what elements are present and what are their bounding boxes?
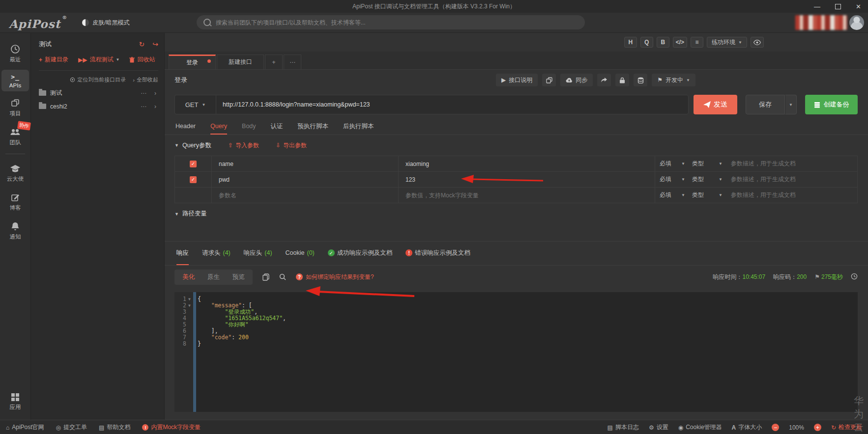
tab-auth[interactable]: 认证 [271,119,283,135]
minimize-icon[interactable]: — [814,3,820,10]
add-tab-button[interactable]: + [265,54,283,69]
send-button[interactable]: 发送 [694,95,737,114]
cookie-manager-button[interactable]: ◉Cookie管理器 [678,423,722,432]
share-arrow-icon[interactable]: ↪ [152,40,158,48]
search-response-button[interactable] [279,273,286,280]
recycle-bin-button[interactable]: 回收站 [129,55,155,64]
required-select[interactable]: 必填 [660,191,671,199]
sidebar-item-apis[interactable]: >_ APIs [1,70,29,91]
api-doc-button[interactable]: ▶接口说明 [496,74,538,86]
param-desc-placeholder[interactable]: 参数描述，用于生成文档 [731,160,796,168]
folder-item[interactable]: 测试 ⋯› [39,86,158,100]
refresh-icon[interactable]: ↻ [139,40,145,48]
submit-ticket-link[interactable]: ◎提交工单 [56,423,87,432]
copy-button[interactable] [542,74,556,86]
save-dropdown-button[interactable]: ▼ [785,95,797,114]
type-select[interactable]: 类型 [692,160,704,168]
mode-preview[interactable]: 预览 [226,271,251,283]
tab-success-example[interactable]: ✓成功响应示例及文档 [328,242,393,265]
environment-select[interactable]: 练功环境▼ [707,37,747,48]
tab-login[interactable]: 登录 [169,54,216,69]
zoom-out-button[interactable]: − [772,424,779,431]
response-body-editor[interactable]: 1▼{2▼ "message": [3 "登录成功",4 "1651AS5a61… [174,292,858,412]
url-input[interactable] [216,95,689,114]
more-tabs-button[interactable]: ⋯ [284,54,301,69]
tab-pre-script[interactable]: 预执行脚本 [298,119,329,135]
create-backup-button[interactable]: 创建备份 [805,95,858,114]
tab-cookie[interactable]: Cookie(0) [286,242,315,265]
new-directory-button[interactable]: +新建目录 [39,55,68,64]
required-select[interactable]: 必填 [660,160,671,168]
folder-item[interactable]: ceshi2 ⋯› [39,100,158,113]
mock-data-button[interactable] [634,74,647,86]
param-desc-placeholder[interactable]: 参数描述，用于生成文档 [731,175,796,184]
official-site-link[interactable]: ⌂ApiPost官网 [6,423,44,432]
dev-status-select[interactable]: ⚑开发中▼ [652,74,695,86]
sidebar-item-team[interactable]: 协作 团队 [1,124,29,149]
sidebar-item-blog[interactable]: 博客 [1,189,29,215]
search-input[interactable] [215,19,578,27]
bold-button[interactable]: B [657,37,669,48]
check-update-button[interactable]: ↻检查更新 [831,423,862,432]
param-name-input[interactable] [218,176,398,184]
save-button[interactable]: 保存 [746,95,785,114]
tab-post-script[interactable]: 后执行脚本 [343,119,374,135]
code-view-button[interactable]: </> [673,37,687,48]
param-value-input[interactable] [405,160,655,168]
copy-response-button[interactable] [262,273,269,281]
settings-button[interactable]: ⚙设置 [649,423,668,432]
chevron-right-icon[interactable]: › [154,103,156,110]
tab-error-example[interactable]: !错误响应示例及文档 [405,242,470,265]
flow-test-button[interactable]: ▶▶流程测试▼ [78,55,119,64]
type-select[interactable]: 类型 [692,191,704,199]
sidebar-item-apps[interactable]: 应用 [1,389,29,414]
bind-variable-hint[interactable]: ?如何绑定响应结果到变量? [296,273,374,281]
font-size-button[interactable]: A字体大小 [732,423,762,432]
mock-fields-link[interactable]: !内置Mock字段变量 [142,423,201,432]
eye-button[interactable] [751,37,764,48]
param-name-input[interactable] [218,160,398,168]
param-desc-placeholder[interactable]: 参数描述，用于生成文档 [731,191,796,199]
align-list-button[interactable]: ≡ [691,37,703,48]
mode-pretty[interactable]: 美化 [176,271,201,283]
chevron-right-icon[interactable]: › [154,90,156,97]
tab-header[interactable]: Header [175,119,196,135]
collapse-all[interactable]: ›全部收起 [133,76,158,83]
tab-response[interactable]: 响应 [176,242,189,265]
tab-body[interactable]: Body [242,119,256,135]
sidebar-item-notifications[interactable]: 通知 [1,218,29,244]
param-value-input[interactable] [405,176,655,184]
tab-request-headers[interactable]: 请求头(4) [202,242,231,265]
sync-button[interactable]: 同步 [560,74,593,86]
help-docs-link[interactable]: ▤帮助文档 [99,423,130,432]
history-clock-icon[interactable] [851,273,858,281]
close-icon[interactable]: ✕ [856,3,861,10]
sidebar-item-recent[interactable]: 最近 [1,41,29,66]
history-button[interactable]: H [624,37,637,48]
required-select[interactable]: 必填 [660,175,671,184]
maximize-icon[interactable] [835,4,841,9]
export-params-button[interactable]: ⇩导出参数 [276,141,307,150]
param-value-input[interactable] [405,191,655,199]
share-button[interactable] [597,74,611,86]
theme-toggle[interactable]: 皮肤/暗黑模式 [82,19,129,27]
sidebar-item-ambassador[interactable]: 云大使 [1,160,29,186]
import-params-button[interactable]: ⇧导入参数 [228,141,259,150]
param-checkbox[interactable]: ✓ [190,176,197,183]
method-select[interactable]: GET▼ [174,95,216,114]
script-log-button[interactable]: ▤脚本日志 [608,423,639,432]
avatar[interactable] [849,15,864,30]
tab-query[interactable]: Query [210,119,227,135]
query-button[interactable]: Q [640,37,653,48]
param-name-input[interactable] [218,191,398,199]
locate-current-dir[interactable]: 定位到当前接口目录 [70,76,126,83]
mode-raw[interactable]: 原生 [201,271,226,283]
tab-response-headers[interactable]: 响应头(4) [244,242,272,265]
query-params-title[interactable]: ▼Query参数 [174,141,211,150]
more-icon[interactable]: ⋯ [141,90,146,97]
type-select[interactable]: 类型 [692,175,704,184]
zoom-in-button[interactable]: + [814,424,821,431]
tab-new-api[interactable]: 新建接口 [217,54,264,69]
more-icon[interactable]: ⋯ [141,103,146,110]
lock-button[interactable] [615,74,629,86]
